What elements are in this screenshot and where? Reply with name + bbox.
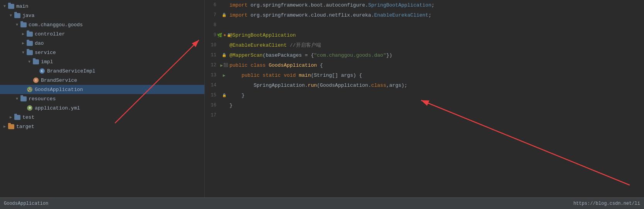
line-num-11: 11 xyxy=(205,52,220,58)
file-icon-brand-service: I xyxy=(32,77,39,83)
folder-icon-resources xyxy=(20,96,27,102)
tree-item-test[interactable]: test xyxy=(0,113,204,122)
line-content-15: } xyxy=(228,93,644,98)
folder-icon-com-changgou xyxy=(20,22,27,28)
line-content-16: } xyxy=(228,103,644,108)
tree-item-goods-application[interactable]: 🚀 GoodsApplication xyxy=(0,85,204,94)
tree-arrow-controller[interactable] xyxy=(20,32,26,36)
line-num-17: 17 xyxy=(205,113,220,118)
tree-label-resources: resources xyxy=(29,96,56,102)
gutter-9: 🌿✱🔒 xyxy=(220,33,228,38)
debug-icon-9: ✱ xyxy=(223,33,226,37)
folder-icon-dao xyxy=(26,40,33,46)
code-line-17: 17 xyxy=(205,110,644,120)
bean-icon-9: 🌿 xyxy=(217,33,223,38)
tree-item-controller[interactable]: controller xyxy=(0,29,204,39)
code-line-15: 15 🔒 } xyxy=(205,90,644,100)
line-num-6: 6 xyxy=(205,2,220,8)
code-lines: 6 import org.springframework.boot.autoco… xyxy=(205,0,644,197)
tree-item-resources[interactable]: resources xyxy=(0,94,204,103)
code-line-7: 7 🔒 import org.springframework.cloud.net… xyxy=(205,10,644,20)
folder-icon-controller xyxy=(26,31,33,37)
tree-item-brand-service[interactable]: I BrandService xyxy=(0,76,204,85)
folder-icon-main xyxy=(8,3,15,9)
tree-item-application-yml[interactable]: ⚙ application.yml xyxy=(0,103,204,113)
file-icon-goods-application: 🚀 xyxy=(26,86,33,93)
tree-arrow-main[interactable] xyxy=(2,4,8,8)
tree-label-impl: impl xyxy=(41,59,53,65)
tree-item-dao[interactable]: dao xyxy=(0,39,204,48)
tree-label-controller: controller xyxy=(35,31,65,37)
line-content-14: SpringApplication.run(GoodsApplication.c… xyxy=(228,83,644,88)
file-tree-panel: main java com.changgou.goods controller xyxy=(0,0,205,197)
folder-icon-target xyxy=(8,123,15,130)
gutter-13: ▶ xyxy=(220,73,228,78)
line-content-13: public static void main(String[] args) { xyxy=(228,72,644,78)
line-num-15: 15 xyxy=(205,93,220,98)
gutter-15: 🔒 xyxy=(220,93,228,98)
tree-label-service: service xyxy=(35,50,56,56)
line-num-13: 13 xyxy=(205,72,220,78)
code-line-11: 11 🔒 @MapperScan(basePackages = {"com.ch… xyxy=(205,50,644,60)
tree-item-main[interactable]: main xyxy=(0,2,204,11)
tree-item-com-changgou-goods[interactable]: com.changgou.goods xyxy=(0,20,204,29)
gutter-7: 🔒 xyxy=(220,13,228,17)
lock-icon-15: 🔒 xyxy=(222,93,226,98)
line-content-10: @EnableEurekaClient //开启客户端 xyxy=(228,42,644,49)
tree-arrow-resources[interactable] xyxy=(14,97,20,101)
line-content-7: import org.springframework.cloud.netflix… xyxy=(228,12,644,18)
status-bar: GoodsApplication https://blog.csdn.net/l… xyxy=(0,197,644,209)
code-line-14: 14 SpringApplication.run(GoodsApplicatio… xyxy=(205,80,644,90)
tree-arrow-test[interactable] xyxy=(8,115,14,120)
code-line-16: 16 } xyxy=(205,100,644,110)
line-num-12: 12 xyxy=(205,62,220,68)
tree-item-target[interactable]: target xyxy=(0,122,204,131)
debug-icon-12[interactable]: ⬛ xyxy=(223,63,228,67)
code-line-13: 13 ▶ public static void main(String[] ar… xyxy=(205,70,644,80)
status-url: https://blog.csdn.net/li xyxy=(573,201,640,206)
tree-item-brand-service-impl[interactable]: C BrandServiceImpl xyxy=(0,66,204,76)
code-line-10: 10 @EnableEurekaClient //开启客户端 xyxy=(205,40,644,50)
gutter-11: 🔒 xyxy=(220,53,228,57)
code-editor: 6 import org.springframework.boot.autoco… xyxy=(205,0,644,197)
folder-icon-service xyxy=(26,49,33,56)
code-line-6: 6 import org.springframework.boot.autoco… xyxy=(205,0,644,10)
code-line-12: 12 ▶⬛ public class GoodsApplication { xyxy=(205,60,644,70)
tree-arrow-target[interactable] xyxy=(2,124,8,129)
line-num-14: 14 xyxy=(205,83,220,88)
tree-label-brand-service-impl: BrandServiceImpl xyxy=(47,68,95,74)
tree-arrow-dao[interactable] xyxy=(20,41,26,46)
line-content-6: import org.springframework.boot.autoconf… xyxy=(228,2,644,8)
tree-label-target: target xyxy=(16,124,34,130)
tree-label-test: test xyxy=(22,115,34,120)
tree-item-impl[interactable]: impl xyxy=(0,57,204,66)
line-content-9: @SpringBootApplication xyxy=(228,32,644,38)
lock-icon-11: 🔒 xyxy=(222,53,226,57)
line-content-11: @MapperScan(basePackages = {"com.changgo… xyxy=(228,52,644,58)
line-num-7: 7 xyxy=(205,12,220,18)
tree-arrow-impl[interactable] xyxy=(26,60,32,64)
tree-arrow-com-changgou[interactable] xyxy=(14,23,20,27)
run-icon-12[interactable]: ▶ xyxy=(220,63,223,68)
code-line-9: 9 🌿✱🔒 @SpringBootApplication xyxy=(205,30,644,40)
line-num-16: 16 xyxy=(205,103,220,108)
folder-icon-impl xyxy=(32,59,39,65)
ide-window: main java com.changgou.goods controller xyxy=(0,0,644,197)
tree-label-dao: dao xyxy=(35,40,44,46)
folder-icon-java xyxy=(14,12,21,19)
line-num-8: 8 xyxy=(205,22,220,28)
gutter-12: ▶⬛ xyxy=(220,63,228,68)
tree-item-service[interactable]: service xyxy=(0,48,204,57)
lock-icon-7: 🔒 xyxy=(222,13,226,17)
run-icon-13[interactable]: ▶ xyxy=(223,73,226,78)
tree-label-application-yml: application.yml xyxy=(35,105,80,111)
file-icon-brand-service-impl: C xyxy=(39,68,46,74)
tree-arrow-java[interactable] xyxy=(8,13,14,18)
code-line-8: 8 xyxy=(205,20,644,30)
tree-label-java: java xyxy=(22,13,34,19)
line-content-12: public class GoodsApplication { xyxy=(228,62,644,68)
line-num-10: 10 xyxy=(205,42,220,48)
tree-item-java[interactable]: java xyxy=(0,11,204,20)
tree-arrow-service[interactable] xyxy=(20,51,26,55)
folder-icon-test xyxy=(14,114,21,120)
